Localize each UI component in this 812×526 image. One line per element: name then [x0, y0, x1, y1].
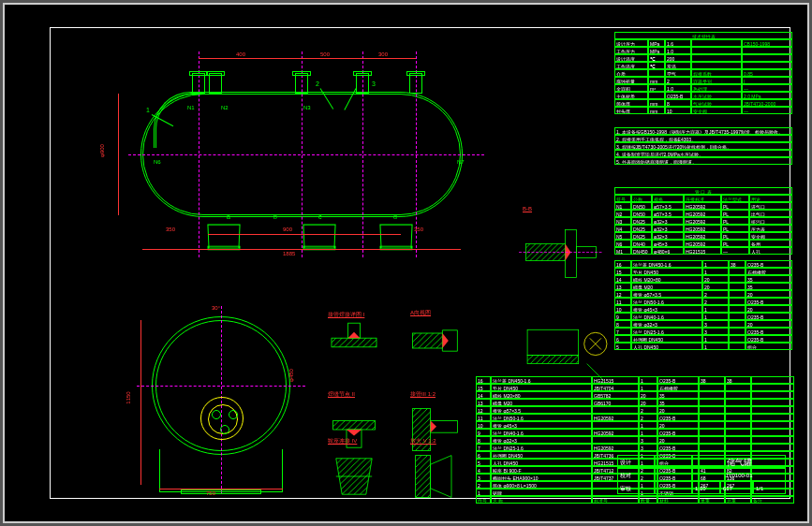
table-row: 介质空气焊接系数0.85	[614, 69, 792, 77]
tech-req-line: 4. 设备制造完毕后进行2.0MPa水压试验。	[614, 150, 792, 157]
aux-table: 16法兰盖 DN450-1.6138Q235-B15垫片 DN4501石棉橡胶1…	[614, 260, 792, 350]
callout-1: 1	[146, 107, 150, 113]
detail-view-saddle	[519, 318, 613, 384]
dim-line	[159, 489, 283, 489]
table-row: N3DN25φ32×3HG20592PL排污口	[614, 217, 792, 225]
dim-text: 1885	[283, 251, 295, 256]
drawing-number: JY0100-01	[692, 468, 786, 481]
table-row: 5人孔 DN4501组合	[614, 343, 792, 350]
bom-row: 15垫片 DN450JB/T47041石棉橡胶	[476, 384, 794, 391]
callout-2: 2	[316, 80, 319, 87]
bolt-icon	[220, 425, 229, 434]
tag-a: a	[227, 213, 230, 220]
table-row: 15垫片 DN4501石棉橡胶	[614, 268, 792, 275]
table-row: 11法兰 DN50-1.62Q235-B	[614, 298, 792, 305]
drawing-title: 储气罐	[692, 455, 786, 468]
dim-line	[302, 58, 362, 59]
svg-rect-0	[332, 338, 376, 347]
detail-label: 焊缝节点 II	[328, 390, 355, 399]
detail-label: 放大 V 1:2	[410, 437, 436, 446]
table-row: 封头厚mm10安全阀—	[614, 107, 792, 114]
nozzle-tag: N6	[154, 159, 161, 165]
bom-row: 16法兰盖 DN450-1.6HG215151Q235-B3838	[476, 376, 794, 384]
tb-sheets: 1/1	[753, 481, 786, 494]
table-row: N5DN25φ32×3HG20592PL安全阀	[614, 232, 792, 240]
table-title: 管 口 表	[614, 187, 792, 195]
bom-row: 8接管 φ32×3320	[476, 436, 794, 444]
tag-d: d	[393, 213, 397, 220]
saddle-fixed	[207, 225, 240, 249]
svg-rect-14	[527, 356, 579, 364]
svg-rect-2	[412, 333, 442, 348]
table-row: 全容积m³1.0热处理—	[614, 84, 792, 92]
design-data-table: 技术特性表 设计压力MPa1.6CB150-1998工作压力MPa1.0设计温度…	[614, 32, 792, 114]
tank-elevation-view: 400 500 300 1 2 3 1885 900 350 350 φ	[86, 47, 498, 271]
tb-design-label: 设计	[617, 455, 655, 468]
tag-b: b	[273, 213, 277, 220]
bom-row: 9法兰 DN40-1.6HG205921Q235-B	[476, 429, 794, 436]
table-row: N2DN50φ57×3.5HG20592PL出气口	[614, 210, 792, 217]
nozzle-n4	[356, 73, 369, 94]
saddle-sliding	[379, 225, 412, 249]
table-row: 7法兰 DN25-1.63Q235-B	[614, 328, 792, 335]
dim-text: 300	[378, 51, 388, 57]
tb-check-label: 校对	[617, 468, 655, 481]
tech-req-line: 3. 焊缝按JB/T4730-2005进行20%射线检测，II级合格。	[614, 142, 792, 150]
dim-text: 400	[236, 51, 245, 57]
table-row: N4DN25φ32×3HG20592PL压力表	[614, 225, 792, 232]
dim-saddle	[208, 234, 401, 235]
bolt-icon	[212, 410, 221, 419]
dim-line	[140, 320, 141, 485]
detail-label: 接管III 1:2	[410, 390, 436, 399]
nozzle-n2	[209, 73, 222, 94]
tech-req-line: 5. 外表面涂防锈底漆两道，面漆两道。	[614, 157, 792, 165]
callout-3: 3	[372, 80, 376, 87]
table-row: 14螺栓 M20×802035	[614, 275, 792, 283]
table-row: 工作压力MPa1.0	[614, 47, 792, 54]
nozzle-tag: N7	[457, 159, 465, 165]
nozzle-n5	[409, 73, 422, 94]
dim-text: φ450	[288, 369, 294, 382]
table-title: 技术特性表	[614, 32, 792, 39]
drawing-frame: 400 500 300 1 2 3 1885 900 350 350 φ	[50, 27, 790, 499]
bom-row: 10接管 φ45×3120	[476, 421, 794, 429]
table-row: N1DN50φ57×3.5HG20592PL进气口	[614, 202, 792, 210]
nozzle-tag: N1	[187, 105, 195, 110]
table-row: 工作温度℃常温	[614, 62, 792, 69]
nozzle-n1	[192, 73, 205, 94]
table-row: 16法兰盖 DN450-1.6138Q235-B	[614, 260, 792, 268]
table-row: 腐蚀裕量mm2容器类别I	[614, 77, 792, 84]
nozzle-table: 管 口 表 符号公称规格连接标准法兰型式用途 N1DN50φ57×3.5HG20…	[614, 187, 792, 255]
tb-weight: 617	[720, 481, 753, 494]
centerline-horizontal	[128, 154, 484, 155]
nozzle-tag: N2	[221, 105, 229, 110]
svg-rect-8	[416, 456, 431, 498]
cad-viewport[interactable]: 400 500 300 1 2 3 1885 900 350 350 φ	[3, 3, 809, 523]
svg-rect-3	[333, 420, 376, 430]
table-row: 筒体厚mm8气密试验JB/T4710-2000	[614, 99, 792, 107]
detail-label: 接管焊接详图 I	[328, 311, 364, 319]
nozzle-n3	[295, 73, 308, 94]
bolt-icon	[229, 410, 238, 419]
saddle-end-view	[159, 449, 283, 492]
dim-line	[199, 58, 302, 59]
detail-label: B-B	[523, 206, 532, 212]
dim-height	[118, 94, 119, 215]
table-row: 12接管 φ57×3.5220	[614, 290, 792, 298]
svg-rect-13	[527, 329, 579, 355]
detail-view-5: 鞍座连接 IV	[324, 446, 384, 506]
table-row: 6补强圈 DN4501Q235-B	[614, 335, 792, 343]
detail-view-nozzle: B-B	[519, 215, 603, 292]
bom-row: 13螺母 M20GB61702035	[476, 399, 794, 406]
table-row: 8接管 φ32×3320	[614, 320, 792, 328]
table-row: 10接管 φ45×3120	[614, 305, 792, 313]
dim-text: 1150	[125, 391, 131, 403]
tb-approve-label: 审核	[617, 481, 655, 494]
table-row: 主体材质Q235-B水压试验2.0 MPa	[614, 92, 792, 99]
table-row: M1DN450φ480×6HG21515—人孔	[614, 247, 792, 255]
detail-view-6: 放大 V 1:2	[406, 446, 466, 506]
dim-text: 900	[283, 226, 292, 232]
table-row: 13螺母 M202035	[614, 283, 792, 290]
tech-req-line: 2. 焊接采用手工电弧焊，焊条E4303。	[614, 135, 792, 142]
bom-row: 14螺栓 M20×80GB57822035	[476, 391, 794, 399]
